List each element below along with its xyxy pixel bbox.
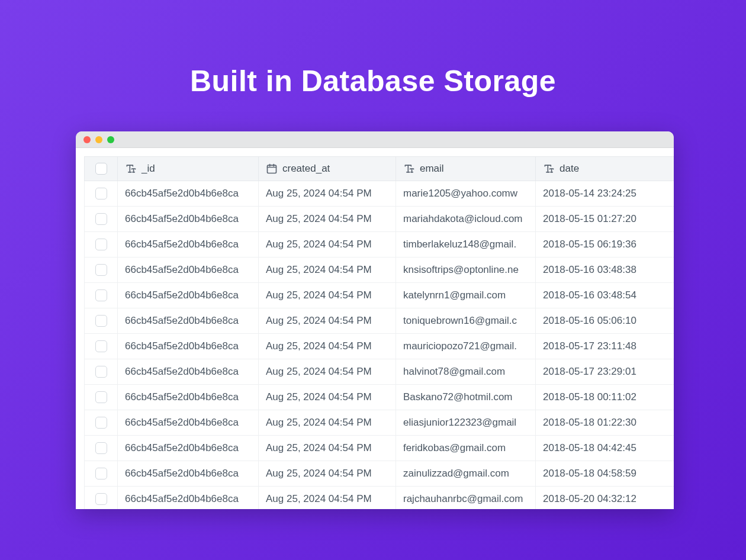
cell-id: 66cb45af5e2d0b4b6e8ca bbox=[118, 232, 259, 258]
column-label: created_at bbox=[282, 163, 330, 175]
cell-date: 2018-05-14 23:24:25 bbox=[536, 181, 674, 207]
cell-created_at: Aug 25, 2024 04:54 PM bbox=[259, 258, 396, 283]
cell-email: feridkobas@gmail.com bbox=[396, 436, 536, 461]
row-checkbox[interactable] bbox=[95, 417, 107, 429]
table-row[interactable]: 66cb45af5e2d0b4b6e8caAug 25, 2024 04:54 … bbox=[85, 232, 674, 258]
calendar-icon bbox=[266, 163, 278, 175]
cell-created_at: Aug 25, 2024 04:54 PM bbox=[259, 181, 396, 207]
select-all-checkbox[interactable] bbox=[95, 163, 107, 175]
cell-select[interactable] bbox=[85, 308, 118, 334]
cell-select[interactable] bbox=[85, 334, 118, 359]
cell-id: 66cb45af5e2d0b4b6e8ca bbox=[118, 334, 259, 359]
cell-created_at: Aug 25, 2024 04:54 PM bbox=[259, 385, 396, 410]
cell-created_at: Aug 25, 2024 04:54 PM bbox=[259, 308, 396, 334]
cell-created_at: Aug 25, 2024 04:54 PM bbox=[259, 487, 396, 510]
row-checkbox[interactable] bbox=[95, 366, 107, 378]
window-maximize-icon[interactable] bbox=[107, 136, 114, 143]
cell-email: zainulizzad@gmail.com bbox=[396, 461, 536, 487]
row-checkbox[interactable] bbox=[95, 264, 107, 276]
window-minimize-icon[interactable] bbox=[95, 136, 102, 143]
cell-select[interactable] bbox=[85, 410, 118, 436]
row-checkbox[interactable] bbox=[95, 289, 107, 301]
row-checkbox[interactable] bbox=[95, 468, 107, 479]
cell-id: 66cb45af5e2d0b4b6e8ca bbox=[118, 385, 259, 410]
table-row[interactable]: 66cb45af5e2d0b4b6e8caAug 25, 2024 04:54 … bbox=[85, 334, 674, 359]
table-row[interactable]: 66cb45af5e2d0b4b6e8caAug 25, 2024 04:54 … bbox=[85, 181, 674, 207]
cell-email: eliasjunior122323@gmail bbox=[396, 410, 536, 436]
page-title: Built in Database Storage bbox=[0, 0, 746, 98]
window-close-icon[interactable] bbox=[83, 136, 91, 143]
cell-id: 66cb45af5e2d0b4b6e8ca bbox=[118, 436, 259, 461]
cell-created_at: Aug 25, 2024 04:54 PM bbox=[259, 334, 396, 359]
cell-date: 2018-05-20 04:32:12 bbox=[536, 487, 674, 510]
column-header-select[interactable] bbox=[85, 157, 118, 181]
svg-rect-0 bbox=[268, 165, 276, 173]
cell-select[interactable] bbox=[85, 487, 118, 510]
column-header-id[interactable]: _id bbox=[118, 157, 259, 181]
cell-date: 2018-05-18 01:22:30 bbox=[536, 410, 674, 436]
row-checkbox[interactable] bbox=[95, 188, 107, 199]
column-header-email[interactable]: email bbox=[396, 157, 536, 181]
table-row[interactable]: 66cb45af5e2d0b4b6e8caAug 25, 2024 04:54 … bbox=[85, 359, 674, 385]
cell-email: toniquebrown16@gmail.c bbox=[396, 308, 536, 334]
cell-email: mariahdakota@icloud.com bbox=[396, 207, 536, 232]
row-checkbox[interactable] bbox=[95, 340, 107, 352]
cell-created_at: Aug 25, 2024 04:54 PM bbox=[259, 461, 396, 487]
cell-id: 66cb45af5e2d0b4b6e8ca bbox=[118, 487, 259, 510]
cell-created_at: Aug 25, 2024 04:54 PM bbox=[259, 359, 396, 385]
table-row[interactable]: 66cb45af5e2d0b4b6e8caAug 25, 2024 04:54 … bbox=[85, 436, 674, 461]
cell-date: 2018-05-16 03:48:38 bbox=[536, 258, 674, 283]
cell-select[interactable] bbox=[85, 436, 118, 461]
row-checkbox[interactable] bbox=[95, 239, 107, 250]
cell-date: 2018-05-17 23:29:01 bbox=[536, 359, 674, 385]
cell-date: 2018-05-18 04:58:59 bbox=[536, 461, 674, 487]
cell-id: 66cb45af5e2d0b4b6e8ca bbox=[118, 308, 259, 334]
cell-select[interactable] bbox=[85, 207, 118, 232]
column-label: email bbox=[420, 163, 444, 175]
cell-created_at: Aug 25, 2024 04:54 PM bbox=[259, 410, 396, 436]
cell-created_at: Aug 25, 2024 04:54 PM bbox=[259, 232, 396, 258]
row-checkbox[interactable] bbox=[95, 213, 107, 225]
row-checkbox[interactable] bbox=[95, 493, 107, 505]
cell-select[interactable] bbox=[85, 461, 118, 487]
cell-id: 66cb45af5e2d0b4b6e8ca bbox=[118, 359, 259, 385]
cell-date: 2018-05-15 01:27:20 bbox=[536, 207, 674, 232]
cell-email: marie1205@yahoo.comw bbox=[396, 181, 536, 207]
cell-id: 66cb45af5e2d0b4b6e8ca bbox=[118, 410, 259, 436]
table-row[interactable]: 66cb45af5e2d0b4b6e8caAug 25, 2024 04:54 … bbox=[85, 385, 674, 410]
cell-select[interactable] bbox=[85, 181, 118, 207]
row-checkbox[interactable] bbox=[95, 391, 107, 403]
column-header-created-at[interactable]: created_at bbox=[259, 157, 396, 181]
titlebar bbox=[76, 131, 674, 148]
cell-select[interactable] bbox=[85, 258, 118, 283]
table-row[interactable]: 66cb45af5e2d0b4b6e8caAug 25, 2024 04:54 … bbox=[85, 461, 674, 487]
data-table-container: _id created_at bbox=[76, 148, 674, 509]
table-row[interactable]: 66cb45af5e2d0b4b6e8caAug 25, 2024 04:54 … bbox=[85, 207, 674, 232]
cell-email: katelynrn1@gmail.com bbox=[396, 283, 536, 308]
cell-select[interactable] bbox=[85, 283, 118, 308]
column-header-date[interactable]: date bbox=[536, 157, 674, 181]
cell-date: 2018-05-18 04:42:45 bbox=[536, 436, 674, 461]
cell-email: halvinot78@gmail.com bbox=[396, 359, 536, 385]
cell-select[interactable] bbox=[85, 359, 118, 385]
cell-email: knsisoftrips@optonline.ne bbox=[396, 258, 536, 283]
cell-id: 66cb45af5e2d0b4b6e8ca bbox=[118, 258, 259, 283]
cell-date: 2018-05-16 05:06:10 bbox=[536, 308, 674, 334]
cell-id: 66cb45af5e2d0b4b6e8ca bbox=[118, 461, 259, 487]
table-row[interactable]: 66cb45af5e2d0b4b6e8caAug 25, 2024 04:54 … bbox=[85, 258, 674, 283]
text-type-icon bbox=[403, 163, 415, 175]
row-checkbox[interactable] bbox=[95, 315, 107, 327]
cell-date: 2018-05-17 23:11:48 bbox=[536, 334, 674, 359]
cell-email: timberlakeluz148@gmail. bbox=[396, 232, 536, 258]
table-row[interactable]: 66cb45af5e2d0b4b6e8caAug 25, 2024 04:54 … bbox=[85, 410, 674, 436]
table-row[interactable]: 66cb45af5e2d0b4b6e8caAug 25, 2024 04:54 … bbox=[85, 308, 674, 334]
table-row[interactable]: 66cb45af5e2d0b4b6e8caAug 25, 2024 04:54 … bbox=[85, 283, 674, 308]
row-checkbox[interactable] bbox=[95, 442, 107, 454]
cell-id: 66cb45af5e2d0b4b6e8ca bbox=[118, 207, 259, 232]
table-row[interactable]: 66cb45af5e2d0b4b6e8caAug 25, 2024 04:54 … bbox=[85, 487, 674, 510]
text-type-icon bbox=[543, 163, 555, 175]
cell-select[interactable] bbox=[85, 385, 118, 410]
window: _id created_at bbox=[76, 131, 674, 509]
column-label: _id bbox=[142, 163, 155, 175]
cell-select[interactable] bbox=[85, 232, 118, 258]
